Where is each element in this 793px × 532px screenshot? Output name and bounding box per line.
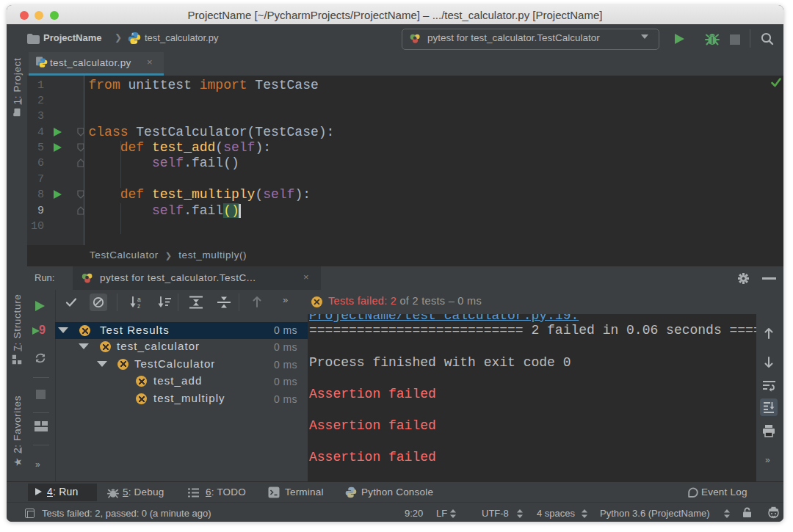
svg-text:z: z [137, 302, 140, 309]
